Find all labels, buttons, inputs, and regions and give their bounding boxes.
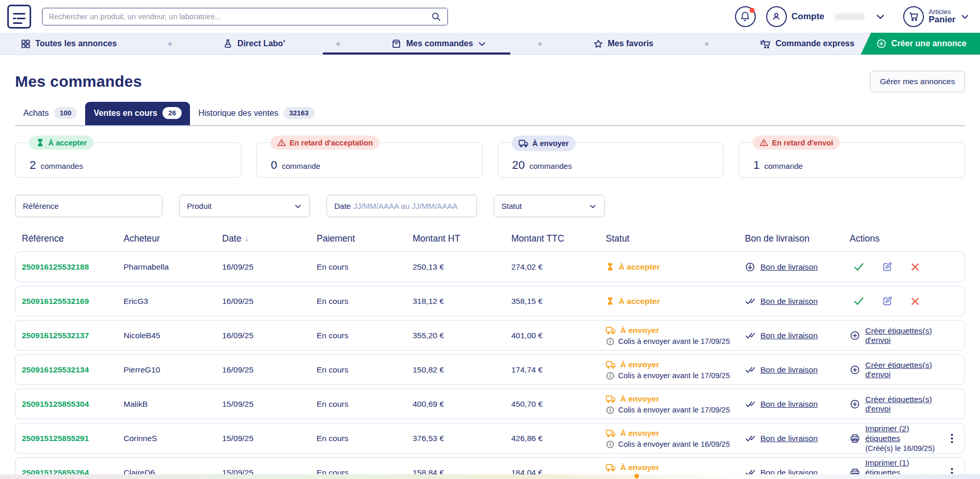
double-check-icon <box>745 330 755 341</box>
product-filter-select[interactable]: Produit <box>179 195 310 217</box>
chevron-down-icon <box>478 39 486 48</box>
nav-separator <box>119 33 221 55</box>
redacted-text <box>835 14 865 20</box>
order-reference-link[interactable]: 250916125532188 <box>22 262 124 272</box>
edit-order-button[interactable] <box>882 261 893 272</box>
delivery-note-cell: Bon de livraison <box>745 399 850 409</box>
cart-menu[interactable]: Articles Panier <box>903 6 970 27</box>
delivery-note-link[interactable]: Bon de livraison <box>760 331 818 340</box>
col-montant-ht: Montant HT <box>413 233 511 244</box>
create-shipping-labels-link[interactable]: Créer étiquettes(s) d'envoi <box>865 361 958 379</box>
plus-circle-icon <box>850 399 860 409</box>
row-actions <box>850 261 958 273</box>
order-reference-link[interactable]: 250915125855304 <box>22 400 124 409</box>
amount-ht: 355,20 € <box>413 331 511 340</box>
nav-item-direct-labo[interactable]: Direct Labo' <box>221 33 287 55</box>
tab-count-badge: 26 <box>162 107 182 119</box>
date-filter-input[interactable]: Date JJ/MM/AAAA au JJ/MM/AAAA <box>326 195 477 217</box>
card-count: 20 <box>512 158 525 172</box>
app-logo-icon[interactable] <box>7 5 31 29</box>
print-labels-link[interactable]: Imprimer (2) étiquettes <box>865 423 946 444</box>
order-reference-link[interactable]: 250916125532169 <box>22 297 124 306</box>
search-icon[interactable] <box>431 11 441 22</box>
edit-order-button[interactable] <box>882 296 893 307</box>
amount-ttc: 274,02 € <box>511 262 606 272</box>
hourglass-icon <box>606 262 615 271</box>
table-row: 250916125532188Pharmabella16/09/25En cou… <box>15 251 965 282</box>
delivery-note-link[interactable]: Bon de livraison <box>760 262 818 272</box>
table-row: 250916125532169EricG316/09/25En cours318… <box>15 286 965 316</box>
tab-achats[interactable]: Achats 100 <box>15 102 85 125</box>
table-row: 250915125855291CorinneS15/09/25En cours3… <box>15 423 965 454</box>
manage-listings-button[interactable]: Gérer mes annonces <box>870 71 965 92</box>
order-reference-link[interactable]: 250915125855291 <box>22 434 124 443</box>
delivery-note-link[interactable]: Bon de livraison <box>760 365 818 375</box>
order-date: 16/09/25 <box>222 331 317 340</box>
orders-table-body: 250916125532188Pharmabella16/09/25En cou… <box>15 251 965 479</box>
tab-historique-des-ventes[interactable]: Historique des ventes 32163 <box>190 102 322 125</box>
warning-icon <box>759 138 768 147</box>
order-reference-link[interactable]: 250916125532134 <box>22 365 124 375</box>
user-icon <box>766 6 787 27</box>
search-input[interactable] <box>49 12 431 21</box>
more-actions-button[interactable] <box>951 434 953 443</box>
tab-ventes-en-cours[interactable]: Ventes en cours 26 <box>85 102 190 125</box>
order-date: 16/09/25 <box>222 365 317 375</box>
bottom-dot <box>634 474 639 478</box>
warning-icon <box>277 138 286 147</box>
double-check-icon <box>745 296 755 307</box>
notifications-button[interactable] <box>735 6 756 27</box>
amount-ttc: 401,00 € <box>511 331 606 340</box>
card-count: 1 <box>753 158 759 172</box>
accept-order-button[interactable] <box>853 295 865 307</box>
payment-status: En cours <box>317 331 413 340</box>
tab-count-badge: 100 <box>54 107 77 119</box>
order-reference-link[interactable]: 250916125532137 <box>22 331 124 340</box>
delivery-note-cell: Bon de livraison <box>745 365 850 375</box>
reference-filter-input[interactable]: Référence <box>15 195 162 217</box>
create-shipping-labels-link[interactable]: Créer étiquettes(s) d'envoi <box>865 326 958 345</box>
refuse-order-button[interactable] <box>910 296 920 307</box>
status-filter-select[interactable]: Statut <box>494 195 605 217</box>
chevron-down-icon <box>589 202 597 210</box>
card-unit: commande <box>282 162 320 170</box>
status-cell: À envoyerColis à envoyer avant le 17/09/… <box>606 394 745 415</box>
delivery-note-cell: Bon de livraison <box>745 433 850 444</box>
chevron-down-icon[interactable] <box>875 11 886 22</box>
col-bon-de-livraison: Bon de livraison <box>745 233 850 244</box>
col-date[interactable]: Date ↓ <box>222 233 317 244</box>
delivery-note-link[interactable]: Bon de livraison <box>760 434 818 443</box>
nav-item-mes-commandes[interactable]: Mes commandes <box>389 33 488 55</box>
col-actions: Actions <box>850 233 958 244</box>
order-date: 15/09/25 <box>222 434 317 443</box>
payment-status: En cours <box>317 365 413 375</box>
account-menu[interactable]: Compte <box>766 6 824 27</box>
nav-item-commande-express[interactable]: Commande express <box>758 33 856 55</box>
card-count: 2 <box>30 158 36 172</box>
order-status: À envoyer <box>606 394 745 404</box>
accept-order-button[interactable] <box>853 261 865 273</box>
table-header: Référence Acheteur Date ↓ Paiement Monta… <box>15 229 965 248</box>
delivery-note-link[interactable]: Bon de livraison <box>760 297 818 306</box>
buyer-name: Pharmabella <box>124 262 222 272</box>
chevron-down-icon <box>960 12 970 21</box>
plus-circle-icon <box>850 330 860 341</box>
tab-count-badge: 32163 <box>283 107 315 119</box>
bell-icon <box>740 11 751 22</box>
express-cart-icon <box>760 38 771 49</box>
delivery-note-link[interactable]: Bon de livraison <box>760 400 818 409</box>
create-shipping-labels-link[interactable]: Créer étiquettes(s) d'envoi <box>865 395 958 414</box>
status-note: Colis à envoyer avant le 16/09/25 <box>606 440 745 449</box>
create-listing-button[interactable]: Créer une annonce <box>861 33 980 55</box>
amount-ttc: 358,15 € <box>511 297 606 306</box>
nav-item-mes-favoris[interactable]: Mes favoris <box>591 33 656 55</box>
status-note: Colis à envoyer avant le 17/09/25 <box>606 371 745 380</box>
truck-icon <box>606 428 616 438</box>
nav-item-toutes-les-annonces[interactable]: Toutes les annonces <box>19 33 119 55</box>
download-circle-icon <box>745 262 755 272</box>
order-status: À envoyer <box>606 360 745 370</box>
table-row: 250916125532137NicoleB4516/09/25En cours… <box>15 320 965 351</box>
refuse-order-button[interactable] <box>910 262 920 272</box>
buyer-name: PierreG10 <box>124 365 222 375</box>
cart-icon <box>903 6 924 27</box>
